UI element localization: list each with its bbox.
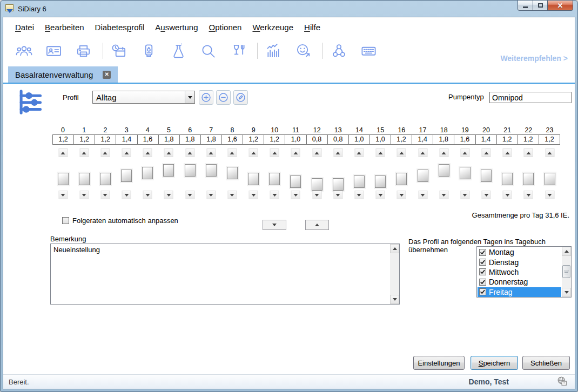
maximize-button[interactable] xyxy=(533,1,548,11)
slider-thumb[interactable] xyxy=(121,170,132,182)
basal-value-0[interactable]: 1,2 xyxy=(52,134,74,145)
basal-value-15[interactable]: 1,0 xyxy=(369,134,391,145)
spin-down-button[interactable] xyxy=(206,191,216,199)
clock-calendar-icon[interactable] xyxy=(111,43,127,59)
print-icon[interactable] xyxy=(75,43,92,59)
slider-thumb[interactable] xyxy=(227,167,238,179)
menu-item-diabetesprofil[interactable]: Diabetesprofil xyxy=(90,21,150,34)
basal-value-11[interactable]: 1,0 xyxy=(285,134,306,145)
menu-item-auswertung[interactable]: Auswertung xyxy=(150,21,203,34)
basal-value-16[interactable]: 1,2 xyxy=(391,134,412,145)
spin-down-button[interactable] xyxy=(100,191,110,199)
sync-share-icon[interactable] xyxy=(331,43,347,59)
patient-data-icon[interactable] xyxy=(45,43,62,59)
slider-thumb[interactable] xyxy=(396,173,407,185)
spin-up-button[interactable] xyxy=(249,148,258,157)
spin-up-button[interactable] xyxy=(122,148,131,157)
slider-thumb[interactable] xyxy=(79,173,90,185)
spin-up-button[interactable] xyxy=(397,148,406,157)
day-checkbox[interactable] xyxy=(479,268,486,275)
tab-basalratenverwaltung[interactable]: Basalratenverwaltung ✕ xyxy=(8,66,118,83)
scroll-up-icon[interactable] xyxy=(562,247,571,256)
slider-thumb[interactable] xyxy=(58,173,69,185)
spin-down-button[interactable] xyxy=(333,191,342,199)
scrollbar-thumb[interactable] xyxy=(562,265,570,278)
basal-value-20[interactable]: 1,4 xyxy=(475,134,497,145)
spin-down-button[interactable] xyxy=(439,191,448,199)
spin-down-button[interactable] xyxy=(185,191,194,199)
basal-value-8[interactable]: 1,6 xyxy=(221,134,243,145)
basal-value-14[interactable]: 1,0 xyxy=(348,134,370,145)
globe-alert-icon[interactable] xyxy=(556,376,568,388)
day-checkbox[interactable] xyxy=(479,279,486,286)
spin-down-button[interactable] xyxy=(122,191,131,199)
day-item-freitag[interactable]: Freitag xyxy=(478,287,561,297)
spin-down-button[interactable] xyxy=(418,191,427,199)
day-checkbox[interactable] xyxy=(479,249,486,256)
lab-values-icon[interactable] xyxy=(170,43,187,59)
shift-down-button[interactable] xyxy=(263,220,286,230)
day-checkbox[interactable] xyxy=(479,259,486,266)
spin-down-button[interactable] xyxy=(270,191,279,199)
spin-down-button[interactable] xyxy=(503,191,512,199)
menu-item-bearbeiten[interactable]: Bearbeiten xyxy=(39,21,90,34)
spin-up-button[interactable] xyxy=(227,148,237,157)
spin-down-button[interactable] xyxy=(482,191,491,199)
spin-up-button[interactable] xyxy=(482,148,491,157)
spin-up-button[interactable] xyxy=(206,148,216,157)
spin-up-button[interactable] xyxy=(524,148,533,157)
spin-up-button[interactable] xyxy=(545,148,554,157)
close-button[interactable]: ✕ xyxy=(548,1,573,11)
spin-down-button[interactable] xyxy=(397,191,406,199)
slider-thumb[interactable] xyxy=(206,164,217,177)
statistics-icon[interactable] xyxy=(265,43,282,59)
spin-down-button[interactable] xyxy=(79,191,89,199)
slider-thumb[interactable] xyxy=(502,173,513,185)
spin-down-button[interactable] xyxy=(460,191,469,199)
spin-up-button[interactable] xyxy=(376,148,385,157)
basal-value-23[interactable]: 1,2 xyxy=(539,134,560,145)
basal-value-21[interactable]: 1,2 xyxy=(496,134,518,145)
spin-down-button[interactable] xyxy=(545,191,554,199)
spin-up-button[interactable] xyxy=(270,148,279,157)
minimize-button[interactable] xyxy=(517,1,533,11)
spin-up-button[interactable] xyxy=(185,148,194,157)
basal-value-10[interactable]: 1,2 xyxy=(264,134,285,145)
spin-up-button[interactable] xyxy=(418,148,427,157)
spin-up-button[interactable] xyxy=(460,148,469,157)
spin-up-button[interactable] xyxy=(354,148,364,157)
days-listbox[interactable]: MontagDienstagMittwochDonnerstagFreitag xyxy=(476,246,572,298)
basal-value-1[interactable]: 1,2 xyxy=(73,134,95,145)
keyboard-icon[interactable] xyxy=(360,43,377,59)
recommend-link[interactable]: Weiterempfehlen > xyxy=(500,54,568,65)
basal-value-19[interactable]: 1,6 xyxy=(454,134,475,145)
spin-up-button[interactable] xyxy=(312,148,321,157)
spin-down-button[interactable] xyxy=(291,191,300,199)
slider-thumb[interactable] xyxy=(481,170,492,182)
settings-button[interactable]: Einstellungen xyxy=(413,356,465,370)
profile-select[interactable]: Alltag xyxy=(92,91,195,104)
menu-item-hilfe[interactable]: Hilfe xyxy=(299,21,326,34)
glucose-meter-icon[interactable] xyxy=(140,43,157,59)
spin-down-button[interactable] xyxy=(58,191,68,199)
slider-thumb[interactable] xyxy=(100,173,111,185)
slider-thumb[interactable] xyxy=(439,164,449,177)
tab-close-icon[interactable]: ✕ xyxy=(103,71,111,79)
spin-up-button[interactable] xyxy=(291,148,300,157)
spin-down-button[interactable] xyxy=(376,191,385,199)
menu-item-werkzeuge[interactable]: Werkzeuge xyxy=(247,21,299,34)
slider-thumb[interactable] xyxy=(290,175,301,188)
slider-thumb[interactable] xyxy=(375,175,386,188)
slider-thumb[interactable] xyxy=(354,175,365,188)
auto-adjust-checkbox[interactable] xyxy=(62,217,69,224)
days-scrollbar[interactable] xyxy=(562,247,571,297)
remark-scrollbar[interactable] xyxy=(390,244,399,304)
chevron-down-icon[interactable] xyxy=(185,91,194,103)
remove-profile-button[interactable] xyxy=(216,90,231,105)
spin-down-button[interactable] xyxy=(524,191,533,199)
spin-up-button[interactable] xyxy=(503,148,512,157)
basal-value-3[interactable]: 1,4 xyxy=(116,134,137,145)
basal-value-17[interactable]: 1,4 xyxy=(412,134,433,145)
slider-thumb[interactable] xyxy=(185,164,196,177)
slider-thumb[interactable] xyxy=(142,167,153,179)
